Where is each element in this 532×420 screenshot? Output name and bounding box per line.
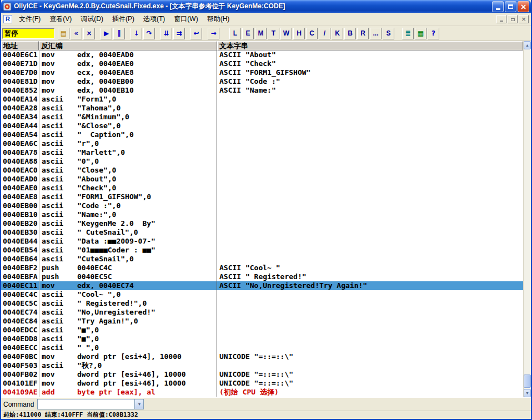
open-button[interactable]: ▤ [58,28,69,39]
call-stack-button[interactable]: K [332,28,343,39]
table-row[interactable]: 0040FB02movdword ptr [esi+46], 10000UNIC… [1,370,523,379]
help-button[interactable]: ? [428,28,439,39]
table-row[interactable]: 0040EC5Cascii" Registered!",0 [1,299,523,308]
table-row[interactable]: 0040E852movedx, 0040EB10ASCII "Name:" [1,86,523,95]
close-program-button[interactable]: × [83,28,95,39]
column-header-text-string[interactable]: 文本字串 [217,41,523,50]
scroll-up-button[interactable]: ▲ [524,41,531,49]
pause-button[interactable]: ‖ [113,28,125,39]
column-header-address[interactable]: 地址 [1,41,39,50]
menu-view[interactable]: 查看(V) [45,13,76,26]
table-row[interactable]: 0040EAE0ascii"Check",0 [1,184,523,193]
menu-window[interactable]: 窗口(W) [169,13,202,26]
menu-debug[interactable]: 调试(D) [76,13,108,26]
menu-options[interactable]: 选项(T) [139,13,169,26]
close-program-icon: × [86,29,92,37]
row-text-string [217,113,523,122]
child-minimize-button[interactable] [496,15,506,23]
step-over-button[interactable]: ↷ [143,28,155,39]
title-bar[interactable]: OllyICE - KeyGenMe.2.0.By.CuteSnail.Fixe… [1,0,531,13]
table-row[interactable]: 0040EC84ascii"Try Again!",0 [1,317,523,326]
table-row[interactable]: 0040EBFApush0040EC5CASCII " Registered!" [1,272,523,281]
table-row[interactable]: 0040EECCascii" ",0 [1,343,523,352]
table-row[interactable]: 0040EC74ascii"No,Unregistered!" [1,308,523,317]
execute-till-return-button[interactable]: ↩ [190,28,202,39]
executables-button[interactable]: E [242,28,254,39]
table-row[interactable]: 0040EC4Cascii"Cool~ ",0 [1,290,523,299]
table-row[interactable]: 0040EC11movedx, 0040EC74ASCII "No,Unregi… [1,281,523,290]
row-disassembly: ascii"Name:",0 [39,210,217,219]
step-into-button[interactable]: ↓ [131,28,142,39]
trace-over-button[interactable]: ⇉ [173,28,185,39]
table-row[interactable]: 0040EDCCascii"■",0 [1,326,523,335]
command-dropdown-button[interactable]: ▼ [134,399,143,409]
text-strings-panel: 地址 反汇编 文本字串 0040E6C1movedx, 0040EAD0ASCI… [1,41,531,397]
windows-button[interactable]: W [280,28,292,39]
options-button[interactable]: ≣ [402,28,414,39]
toolbar-right-buttons: ≣▦? [402,28,439,39]
table-row[interactable]: 0040E81Dmovedx, 0040EB00ASCII "Code :" [1,77,523,86]
table-row[interactable]: 004109AEaddbyte ptr [eax], al(初始 CPU 选择) [1,388,523,397]
table-row[interactable]: 0040EA88ascii"0",0 [1,157,523,166]
breakpoints-button[interactable]: B [344,28,356,39]
row-disassembly: ascii"&Close",0 [39,122,217,130]
row-text-string [217,308,523,317]
table-row[interactable]: 0040EA28ascii"Tahoma",0 [1,104,523,113]
restore-button[interactable] [505,1,516,12]
close-button[interactable]: × [518,1,529,12]
threads-button[interactable]: T [268,28,279,39]
references-button[interactable]: R [357,28,369,39]
handles-button[interactable]: H [293,28,305,39]
table-row[interactable]: 0040F503ascii"秋?,0 [1,361,523,370]
table-row[interactable]: 0040EA78ascii"Marlett",0 [1,148,523,157]
table-row[interactable]: 0040F0BCmovdword ptr [esi+4], 10000UNICO… [1,352,523,361]
table-row[interactable]: 0040E6C1movedx, 0040EAD0ASCII "About" [1,50,523,59]
table-row[interactable]: 0040EA54ascii" Caption",0 [1,130,523,139]
menu-file[interactable]: 文件(F) [14,13,45,26]
table-row[interactable]: 0040E7D0movecx, 0040EAE8ASCII "FORM1_GIF… [1,68,523,77]
cpu-button[interactable]: C [306,28,318,39]
source-button[interactable]: S [383,28,394,39]
run-trace-button[interactable]: ... [370,28,382,39]
table-row[interactable]: 0040EB64ascii"CuteSnail",0 [1,255,523,264]
table-row[interactable]: 0040EB30ascii" CuteSnail",0 [1,228,523,237]
table-row[interactable]: 0040EB20ascii"KeygenMe 2.0 By" [1,219,523,228]
vertical-scrollbar[interactable]: ▲ ▼ [523,41,531,397]
table-row[interactable]: 004101EFmovdword ptr [esi+46], 10000UNIC… [1,379,523,388]
scroll-down-button[interactable]: ▼ [524,389,531,397]
minimize-button[interactable] [492,1,504,12]
mdi-child-icon[interactable]: R [3,15,12,23]
log-window-button[interactable]: L [229,28,241,39]
row-address: 0040EB20 [1,219,39,228]
table-row[interactable]: 0040EDD8ascii"■",0 [1,335,523,343]
column-header-disassembly[interactable]: 反汇编 [39,41,217,50]
goto-address-button[interactable]: → [208,28,219,39]
run-button[interactable]: ▶ [101,28,112,39]
appearance-button[interactable]: ▦ [415,28,426,39]
scrollbar-track[interactable] [524,49,531,389]
patches-button[interactable]: / [319,28,330,39]
table-row[interactable]: 0040EAC0ascii"Close",0 [1,166,523,175]
menu-help[interactable]: 帮助(H) [203,13,234,26]
scrollbar-thumb[interactable] [524,375,531,388]
table-row[interactable]: 0040EA44ascii"&Close",0 [1,122,523,130]
table-row[interactable]: 0040EBF2push0040EC4CASCII "Cool~ " [1,264,523,272]
table-row[interactable]: 0040EAE8ascii"FORM1_GIFSHOW",0 [1,193,523,201]
menu-plugins[interactable]: 插件(P) [108,13,139,26]
table-row[interactable]: 0040EB10ascii"Name:",0 [1,210,523,219]
menu-bar: R 文件(F)查看(V)调试(D)插件(P)选项(T)窗口(W)帮助(H) × [1,13,531,26]
table-row[interactable]: 0040EB44ascii"Data :■■2009-07-" [1,237,523,246]
trace-into-button[interactable]: ⇊ [160,28,172,39]
table-row[interactable]: 0040E71Dmovedx, 0040EAE0ASCII "Check" [1,59,523,68]
memory-map-button[interactable]: M [255,28,267,39]
command-input[interactable] [38,399,134,409]
child-restore-button[interactable] [508,15,518,23]
table-row[interactable]: 0040EAD0ascii"About",0 [1,175,523,184]
child-close-button[interactable]: × [519,15,529,23]
table-row[interactable]: 0040EA14ascii"Form1",0 [1,95,523,104]
table-row[interactable]: 0040EA34ascii"&Minimum",0 [1,113,523,122]
table-row[interactable]: 0040EB00ascii"Code :",0 [1,201,523,210]
table-row[interactable]: 0040EA6Cascii"r",0 [1,139,523,148]
restart-button[interactable]: « [71,28,82,39]
table-row[interactable]: 0040EB54ascii"01■■■■Coder : ■■" [1,246,523,255]
